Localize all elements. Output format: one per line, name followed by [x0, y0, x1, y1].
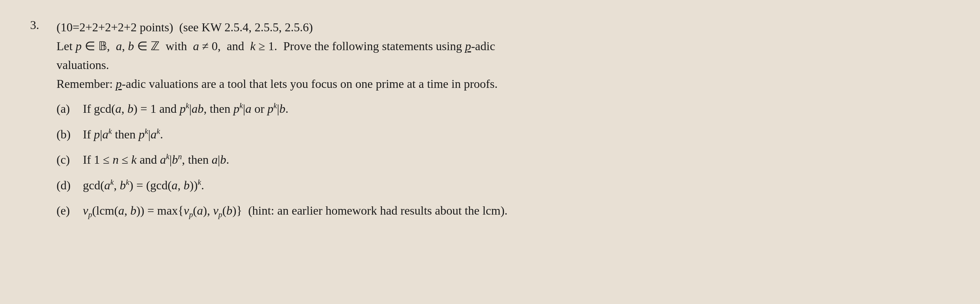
parts-list: (a) If gcd(a, b) = 1 and pk|ab, then pk|…	[57, 99, 950, 220]
part-d: (d) gcd(ak, bk) = (gcd(a, b))k.	[57, 176, 950, 195]
part-a-content: If gcd(a, b) = 1 and pk|ab, then pk|a or…	[83, 99, 950, 118]
part-e: (e) vp(lcm(a, b)) = max{vp(a), vp(b)} (h…	[57, 202, 950, 220]
problem-container: 3. (10=2+2+2+2+2 points) (see KW 2.5.4, …	[30, 18, 950, 227]
part-a-label: (a)	[57, 99, 83, 118]
part-d-label: (d)	[57, 176, 83, 195]
intro-line2: valuations.	[57, 56, 950, 74]
intro-block: (10=2+2+2+2+2 points) (see KW 2.5.4, 2.5…	[57, 18, 950, 93]
intro-line3: Remember: p-adic valuations are a tool t…	[57, 75, 950, 93]
part-a: (a) If gcd(a, b) = 1 and pk|ab, then pk|…	[57, 99, 950, 118]
problem-number: 3.	[30, 18, 57, 227]
page: 3. (10=2+2+2+2+2 points) (see KW 2.5.4, …	[0, 0, 980, 304]
problem-content: (10=2+2+2+2+2 points) (see KW 2.5.4, 2.5…	[57, 18, 950, 227]
points-label: (10=2+2+2+2+2 points) (see KW 2.5.4, 2.5…	[57, 20, 313, 34]
part-c: (c) If 1 ≤ n ≤ k and ak|bn, then a|b.	[57, 150, 950, 170]
part-e-content: vp(lcm(a, b)) = max{vp(a), vp(b)} (hint:…	[83, 202, 950, 220]
part-b: (b) If p|ak then pk|ak.	[57, 125, 950, 144]
part-b-label: (b)	[57, 125, 83, 144]
part-c-content: If 1 ≤ n ≤ k and ak|bn, then a|b.	[83, 150, 950, 170]
intro-line1: Let p ∈ 𝔹, a, b ∈ ℤ with a ≠ 0, and k ≥ …	[57, 37, 950, 55]
part-d-content: gcd(ak, bk) = (gcd(a, b))k.	[83, 176, 950, 195]
part-e-label: (e)	[57, 202, 83, 220]
header-line: (10=2+2+2+2+2 points) (see KW 2.5.4, 2.5…	[57, 18, 950, 36]
part-c-label: (c)	[57, 150, 83, 170]
part-b-content: If p|ak then pk|ak.	[83, 125, 950, 144]
